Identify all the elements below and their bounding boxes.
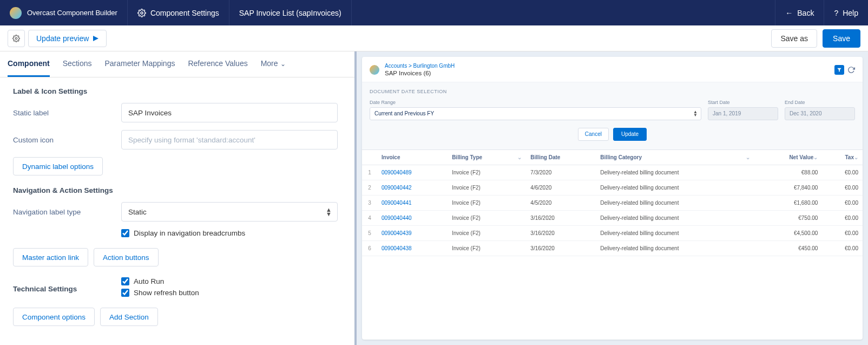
header-tab-component-settings[interactable]: Component Settings <box>128 0 229 25</box>
save-button[interactable]: Save <box>823 29 860 48</box>
cell-net-value: €750.00 <box>754 210 822 225</box>
tab-sections[interactable]: Sections <box>63 51 92 77</box>
svg-marker-3 <box>837 68 841 72</box>
master-action-link-button[interactable]: Master action link <box>13 248 88 266</box>
update-preview-button[interactable]: Update preview <box>28 30 107 47</box>
col-invoice[interactable]: Invoice <box>377 150 448 165</box>
filter-button[interactable] <box>834 65 844 75</box>
cell-net-value: €1,680.00 <box>754 195 822 210</box>
cell-tax: €0.00 <box>822 225 863 240</box>
cell-billing-category: Delivery-related billing document <box>596 225 754 240</box>
cell-invoice-link[interactable]: 0090040441 <box>377 195 448 210</box>
left-panel: ComponentSectionsParameter MappingsRefer… <box>0 51 354 345</box>
save-as-button[interactable]: Save as <box>771 29 817 48</box>
play-icon <box>93 36 98 41</box>
custom-icon-input[interactable] <box>121 130 338 149</box>
navigation-action-settings: Navigation & Action Settings Navigation … <box>0 184 354 266</box>
display-breadcrumbs-label: Display in navigation breadcrumbs <box>134 229 245 237</box>
technical-settings: Technical Settings Auto Run Show refresh… <box>0 275 354 326</box>
cell-net-value: €4,500.00 <box>754 225 822 240</box>
cell-billing-type: Invoice (F2) <box>448 180 526 195</box>
section-title: Technical Settings <box>13 285 121 293</box>
display-breadcrumbs-checkbox[interactable] <box>121 229 129 237</box>
gear-icon <box>137 9 146 17</box>
table-row: 50090040439Invoice (F2)3/16/2020Delivery… <box>362 225 863 240</box>
date-range-select[interactable]: Current and Previous FY ▲▼ <box>370 107 701 120</box>
cell-net-value: €450.00 <box>754 240 822 256</box>
cell-billing-category: Delivery-related billing document <box>596 195 754 210</box>
start-date-label: Start Date <box>708 100 778 105</box>
show-refresh-checkbox[interactable] <box>121 289 129 297</box>
cell-billing-type: Invoice (F2) <box>448 195 526 210</box>
action-buttons-button[interactable]: Action buttons <box>94 248 159 266</box>
end-date-input[interactable]: Dec 31, 2020 <box>785 107 855 120</box>
cell-billing-type: Invoice (F2) <box>448 240 526 256</box>
cell-rownum: 5 <box>362 225 377 240</box>
section-title: Navigation & Action Settings <box>13 186 341 194</box>
start-date-input[interactable]: Jan 1, 2019 <box>708 107 778 120</box>
app-logo-area: Overcast Component Builder <box>0 0 128 25</box>
nav-label-type-select[interactable]: Static ▲▼ <box>121 202 338 222</box>
header-tab-sap-invoice-list[interactable]: SAP Invoice List (sapInvoices) <box>229 0 352 25</box>
cell-tax: €0.00 <box>822 180 863 195</box>
col-billing-type[interactable]: Billing Type <box>448 150 526 165</box>
table-row: 60090040438Invoice (F2)3/16/2020Delivery… <box>362 240 863 256</box>
cell-tax: €0.00 <box>822 240 863 256</box>
cell-rownum: 3 <box>362 195 377 210</box>
cell-invoice-link[interactable]: 0090040489 <box>377 165 448 180</box>
nav-label-type-label: Navigation label type <box>13 208 121 216</box>
cell-invoice-link[interactable]: 0090040439 <box>377 225 448 240</box>
tab-more[interactable]: More <box>261 51 286 77</box>
table-row: 40090040440Invoice (F2)3/16/2020Delivery… <box>362 210 863 225</box>
app-header: Overcast Component Builder Component Set… <box>0 0 868 25</box>
update-preview-label: Update preview <box>36 34 89 43</box>
invoice-table: Invoice Billing Type Billing Date Billin… <box>362 150 863 256</box>
cell-invoice-link[interactable]: 0090040438 <box>377 240 448 256</box>
cell-billing-type: Invoice (F2) <box>448 210 526 225</box>
refresh-button[interactable] <box>847 66 855 74</box>
static-label-input[interactable] <box>121 103 338 122</box>
table-header-row: Invoice Billing Type Billing Date Billin… <box>362 150 863 165</box>
overcast-logo-icon <box>10 7 22 19</box>
table-row: 30090040441Invoice (F2)4/5/2020Delivery-… <box>362 195 863 210</box>
col-rownum <box>362 150 377 165</box>
cell-rownum: 4 <box>362 210 377 225</box>
custom-icon-label: Custom icon <box>13 136 121 144</box>
filter-section: DOCUMENT DATE SELECTION Date Range Curre… <box>362 82 863 150</box>
overcast-logo-icon <box>370 65 379 75</box>
col-tax[interactable]: Tax <box>822 150 863 165</box>
settings-gear-button[interactable] <box>8 30 25 47</box>
help-button[interactable]: ? Help <box>824 0 868 25</box>
nav-label-type-value: Static <box>128 208 147 216</box>
preview-cancel-button[interactable]: Cancel <box>578 128 609 141</box>
col-billing-date[interactable]: Billing Date <box>526 150 596 165</box>
cell-billing-date: 3/16/2020 <box>526 240 596 256</box>
tab-component[interactable]: Component <box>8 51 50 77</box>
tab-parameter-mappings[interactable]: Parameter Mappings <box>104 51 175 77</box>
tab-reference-values[interactable]: Reference Values <box>188 51 247 77</box>
cell-billing-type: Invoice (F2) <box>448 165 526 180</box>
component-options-button[interactable]: Component options <box>13 308 95 326</box>
help-label: Help <box>843 9 858 17</box>
cell-invoice-link[interactable]: 0090040440 <box>377 210 448 225</box>
cell-billing-category: Delivery-related billing document <box>596 180 754 195</box>
filter-icon <box>837 67 842 73</box>
header-tab-label: SAP Invoice List (sapInvoices) <box>239 9 341 17</box>
preview-update-button[interactable]: Update <box>613 128 647 141</box>
breadcrumb-link-account[interactable]: Burlington GmbH <box>413 63 455 69</box>
cell-tax: €0.00 <box>822 210 863 225</box>
cell-rownum: 6 <box>362 240 377 256</box>
breadcrumb-link-accounts[interactable]: Accounts <box>385 63 407 69</box>
arrow-left-icon: ← <box>785 9 793 17</box>
toolbar: Update preview Save as Save <box>0 25 868 51</box>
back-button[interactable]: ← Back <box>775 0 824 25</box>
cell-billing-date: 4/6/2020 <box>526 180 596 195</box>
col-billing-category[interactable]: Billing Category <box>596 150 754 165</box>
cell-invoice-link[interactable]: 0090040442 <box>377 180 448 195</box>
dynamic-label-options-button[interactable]: Dynamic label options <box>13 157 103 175</box>
auto-run-checkbox[interactable] <box>121 277 129 285</box>
label-icon-settings: Label & Icon Settings Static label Custo… <box>0 77 354 175</box>
col-net-value[interactable]: Net Value <box>754 150 822 165</box>
add-section-button[interactable]: Add Section <box>100 308 158 326</box>
select-arrows-icon: ▲▼ <box>693 110 698 117</box>
